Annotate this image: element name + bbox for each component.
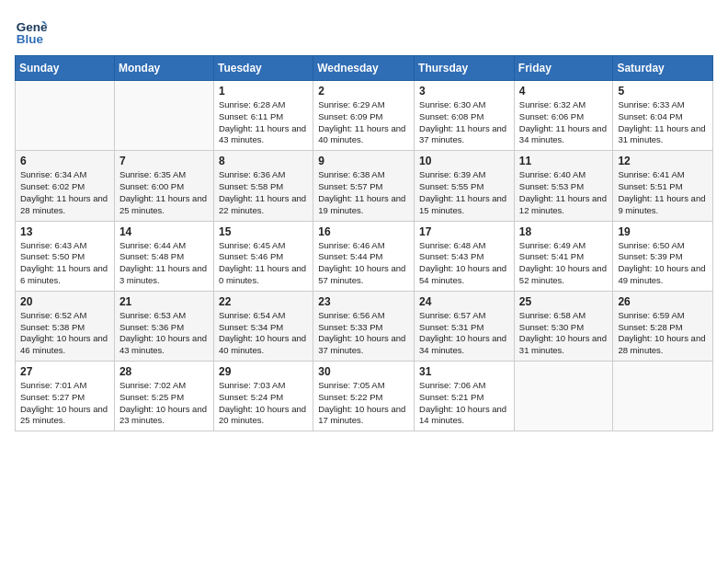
day-content: Sunrise: 6:28 AM Sunset: 6:11 PM Dayligh…	[219, 99, 308, 146]
svg-text:Blue: Blue	[17, 32, 44, 46]
day-number: 5	[618, 85, 708, 98]
day-number: 19	[618, 225, 708, 238]
day-content: Sunrise: 6:48 AM Sunset: 5:43 PM Dayligh…	[419, 240, 509, 287]
day-number: 16	[318, 225, 409, 238]
day-cell	[16, 81, 115, 151]
day-content: Sunrise: 6:36 AM Sunset: 5:58 PM Dayligh…	[219, 169, 308, 216]
day-number: 2	[318, 85, 409, 98]
day-content: Sunrise: 6:33 AM Sunset: 6:04 PM Dayligh…	[618, 99, 708, 146]
day-cell: 13Sunrise: 6:43 AM Sunset: 5:50 PM Dayli…	[16, 221, 115, 291]
day-number: 10	[419, 155, 509, 167]
day-cell: 20Sunrise: 6:52 AM Sunset: 5:38 PM Dayli…	[16, 291, 115, 361]
day-number: 31	[419, 365, 509, 378]
day-number: 28	[119, 365, 209, 378]
day-content: Sunrise: 7:02 AM Sunset: 5:25 PM Dayligh…	[119, 380, 209, 427]
day-cell	[514, 362, 613, 431]
day-number: 3	[419, 85, 509, 98]
day-cell: 27Sunrise: 7:01 AM Sunset: 5:27 PM Dayli…	[16, 362, 115, 431]
day-content: Sunrise: 7:01 AM Sunset: 5:27 PM Dayligh…	[20, 380, 109, 427]
day-cell: 19Sunrise: 6:50 AM Sunset: 5:39 PM Dayli…	[613, 221, 713, 291]
day-content: Sunrise: 6:53 AM Sunset: 5:36 PM Dayligh…	[119, 310, 209, 357]
header-row: SundayMondayTuesdayWednesdayThursdayFrid…	[16, 56, 713, 81]
day-cell: 18Sunrise: 6:49 AM Sunset: 5:41 PM Dayli…	[514, 221, 613, 291]
day-cell: 22Sunrise: 6:54 AM Sunset: 5:34 PM Dayli…	[213, 291, 313, 361]
day-content: Sunrise: 6:50 AM Sunset: 5:39 PM Dayligh…	[618, 240, 708, 287]
day-number: 15	[219, 225, 308, 238]
calendar-table: SundayMondayTuesdayWednesdayThursdayFrid…	[15, 55, 713, 431]
day-number: 21	[119, 295, 209, 308]
day-cell: 3Sunrise: 6:30 AM Sunset: 6:08 PM Daylig…	[415, 81, 515, 151]
day-content: Sunrise: 6:41 AM Sunset: 5:51 PM Dayligh…	[618, 169, 708, 216]
column-header-sunday: Sunday	[16, 56, 115, 81]
day-cell: 4Sunrise: 6:32 AM Sunset: 6:06 PM Daylig…	[514, 81, 613, 151]
day-cell: 2Sunrise: 6:29 AM Sunset: 6:09 PM Daylig…	[313, 81, 415, 151]
logo: General Blue	[15, 15, 51, 48]
week-row-1: 1Sunrise: 6:28 AM Sunset: 6:11 PM Daylig…	[16, 81, 713, 151]
day-cell: 26Sunrise: 6:59 AM Sunset: 5:28 PM Dayli…	[613, 291, 713, 361]
day-cell: 5Sunrise: 6:33 AM Sunset: 6:04 PM Daylig…	[613, 81, 713, 151]
day-content: Sunrise: 7:03 AM Sunset: 5:24 PM Dayligh…	[219, 380, 308, 427]
column-header-monday: Monday	[114, 56, 213, 81]
day-number: 25	[519, 295, 609, 308]
day-cell: 21Sunrise: 6:53 AM Sunset: 5:36 PM Dayli…	[114, 291, 213, 361]
day-content: Sunrise: 7:05 AM Sunset: 5:22 PM Dayligh…	[318, 380, 409, 427]
day-cell: 28Sunrise: 7:02 AM Sunset: 5:25 PM Dayli…	[114, 362, 213, 431]
day-content: Sunrise: 6:44 AM Sunset: 5:48 PM Dayligh…	[119, 240, 209, 287]
column-header-saturday: Saturday	[613, 56, 713, 81]
day-cell: 17Sunrise: 6:48 AM Sunset: 5:43 PM Dayli…	[415, 221, 515, 291]
day-number: 6	[20, 155, 109, 167]
day-cell: 23Sunrise: 6:56 AM Sunset: 5:33 PM Dayli…	[313, 291, 415, 361]
day-number: 18	[519, 225, 609, 238]
column-header-friday: Friday	[514, 56, 613, 81]
day-cell: 25Sunrise: 6:58 AM Sunset: 5:30 PM Dayli…	[514, 291, 613, 361]
day-content: Sunrise: 6:43 AM Sunset: 5:50 PM Dayligh…	[20, 240, 109, 287]
day-number: 29	[219, 365, 308, 378]
day-number: 27	[20, 365, 109, 378]
day-content: Sunrise: 6:46 AM Sunset: 5:44 PM Dayligh…	[318, 240, 409, 287]
day-number: 26	[618, 295, 708, 308]
day-content: Sunrise: 6:52 AM Sunset: 5:38 PM Dayligh…	[20, 310, 109, 357]
day-content: Sunrise: 6:59 AM Sunset: 5:28 PM Dayligh…	[618, 310, 708, 357]
day-content: Sunrise: 6:30 AM Sunset: 6:08 PM Dayligh…	[419, 99, 509, 146]
day-cell: 1Sunrise: 6:28 AM Sunset: 6:11 PM Daylig…	[213, 81, 313, 151]
day-cell: 24Sunrise: 6:57 AM Sunset: 5:31 PM Dayli…	[415, 291, 515, 361]
day-number: 11	[519, 155, 609, 167]
day-cell: 9Sunrise: 6:38 AM Sunset: 5:57 PM Daylig…	[313, 151, 415, 221]
day-content: Sunrise: 6:54 AM Sunset: 5:34 PM Dayligh…	[219, 310, 308, 357]
day-cell: 12Sunrise: 6:41 AM Sunset: 5:51 PM Dayli…	[613, 151, 713, 221]
day-number: 17	[419, 225, 509, 238]
day-cell: 11Sunrise: 6:40 AM Sunset: 5:53 PM Dayli…	[514, 151, 613, 221]
day-content: Sunrise: 7:06 AM Sunset: 5:21 PM Dayligh…	[419, 380, 509, 427]
day-number: 14	[119, 225, 209, 238]
day-content: Sunrise: 6:38 AM Sunset: 5:57 PM Dayligh…	[318, 169, 409, 216]
day-number: 22	[219, 295, 308, 308]
day-number: 7	[119, 155, 209, 167]
day-number: 13	[20, 225, 109, 238]
day-number: 20	[20, 295, 109, 308]
day-content: Sunrise: 6:39 AM Sunset: 5:55 PM Dayligh…	[419, 169, 509, 216]
day-cell: 15Sunrise: 6:45 AM Sunset: 5:46 PM Dayli…	[213, 221, 313, 291]
day-number: 30	[318, 365, 409, 378]
column-header-wednesday: Wednesday	[313, 56, 415, 81]
page-header: General Blue	[15, 15, 713, 48]
day-cell: 6Sunrise: 6:34 AM Sunset: 6:02 PM Daylig…	[16, 151, 115, 221]
day-cell: 8Sunrise: 6:36 AM Sunset: 5:58 PM Daylig…	[213, 151, 313, 221]
day-number: 12	[618, 155, 708, 167]
day-cell: 29Sunrise: 7:03 AM Sunset: 5:24 PM Dayli…	[213, 362, 313, 431]
day-content: Sunrise: 6:49 AM Sunset: 5:41 PM Dayligh…	[519, 240, 609, 287]
day-content: Sunrise: 6:57 AM Sunset: 5:31 PM Dayligh…	[419, 310, 509, 357]
column-header-thursday: Thursday	[415, 56, 515, 81]
week-row-2: 6Sunrise: 6:34 AM Sunset: 6:02 PM Daylig…	[16, 151, 713, 221]
day-cell: 10Sunrise: 6:39 AM Sunset: 5:55 PM Dayli…	[415, 151, 515, 221]
day-number: 23	[318, 295, 409, 308]
day-cell	[114, 81, 213, 151]
day-content: Sunrise: 6:35 AM Sunset: 6:00 PM Dayligh…	[119, 169, 209, 216]
day-number: 8	[219, 155, 308, 167]
day-number: 4	[519, 85, 609, 98]
day-content: Sunrise: 6:34 AM Sunset: 6:02 PM Dayligh…	[20, 169, 109, 216]
day-content: Sunrise: 6:32 AM Sunset: 6:06 PM Dayligh…	[519, 99, 609, 146]
day-content: Sunrise: 6:45 AM Sunset: 5:46 PM Dayligh…	[219, 240, 308, 287]
week-row-3: 13Sunrise: 6:43 AM Sunset: 5:50 PM Dayli…	[16, 221, 713, 291]
day-cell: 30Sunrise: 7:05 AM Sunset: 5:22 PM Dayli…	[313, 362, 415, 431]
day-number: 9	[318, 155, 409, 167]
